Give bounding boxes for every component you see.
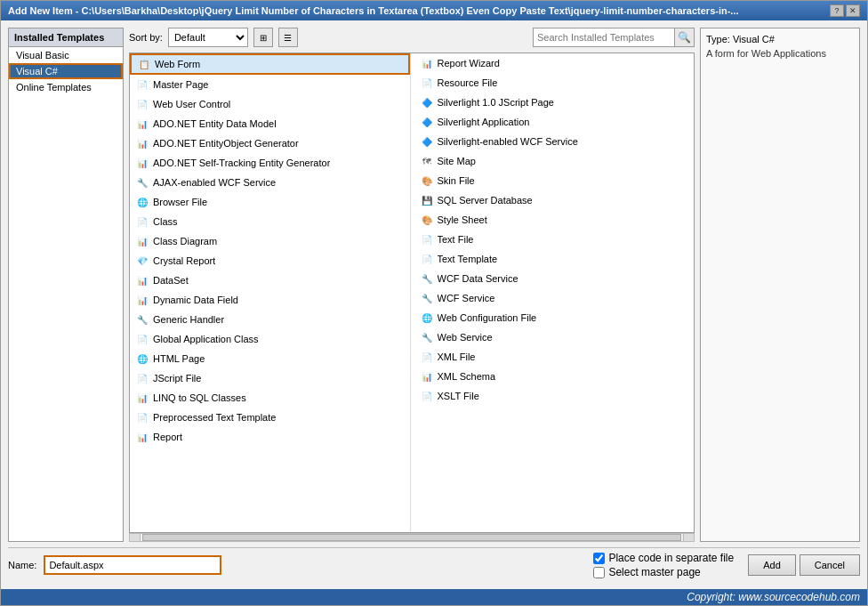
item-label-xslt-file: XSLT File — [438, 391, 479, 401]
item-label-web-user-control: Web User Control — [153, 99, 230, 109]
item-browser-file[interactable]: 🌐 Browser File — [130, 192, 410, 212]
item-silverlight-app[interactable]: 🔷 Silverlight Application — [414, 112, 695, 132]
item-class[interactable]: 📄 Class — [130, 212, 410, 231]
item-master-page[interactable]: 📄 Master Page — [130, 75, 410, 94]
xml-schema-icon: 📊 — [420, 369, 434, 384]
action-buttons: Add Cancel — [748, 554, 860, 576]
item-report-wizard[interactable]: 📊 Report Wizard — [414, 53, 695, 73]
sidebar-item-visualbasic[interactable]: Visual Basic — [9, 47, 123, 63]
sidebar-item-visualcsharp[interactable]: Visual C# — [9, 63, 123, 79]
sidebar-item-onlinetemplates[interactable]: Online Templates — [9, 79, 123, 95]
item-label-ado-entityobject: ADO.NET EntityObject Generator — [153, 138, 299, 149]
items-area: 📋 Web Form 📄 Master Page 📄 Web User Cont… — [129, 53, 695, 533]
ado-entity-icon: 📊 — [135, 117, 149, 131]
item-label-crystal-report: Crystal Report — [153, 255, 215, 266]
dynamic-data-icon: 📊 — [135, 293, 149, 307]
ado-entityobject-icon: 📊 — [135, 136, 149, 150]
web-user-control-icon: 📄 — [135, 97, 149, 111]
item-resource-file[interactable]: 📄 Resource File — [414, 73, 695, 93]
item-label-class: Class — [153, 216, 178, 227]
item-ado-selftracking[interactable]: 📊 ADO.NET Self-Tracking Entity Generator — [130, 153, 410, 173]
silverlight-wcf-icon: 🔷 — [420, 134, 434, 149]
item-text-file[interactable]: 📄 Text File — [414, 230, 695, 249]
item-web-user-control[interactable]: 📄 Web User Control — [130, 94, 410, 114]
item-sql-database[interactable]: 💾 SQL Server Database — [414, 190, 695, 210]
bottom-section: Name: Place code in separate file Select… — [8, 547, 860, 582]
silverlight-app-icon: 🔷 — [420, 115, 434, 129]
item-xml-file[interactable]: 📄 XML File — [414, 347, 695, 367]
wcf-service-icon: 🔧 — [420, 291, 434, 305]
item-global-app[interactable]: 📄 Global Application Class — [130, 329, 410, 349]
master-page-checkbox[interactable] — [593, 567, 605, 578]
add-button[interactable]: Add — [748, 554, 796, 576]
view-list-button[interactable]: ☰ — [278, 28, 298, 47]
item-report[interactable]: 📊 Report — [130, 427, 410, 447]
item-label-skin-file: Skin File — [438, 175, 475, 186]
item-label-sql-database: SQL Server Database — [438, 195, 533, 206]
item-web-config[interactable]: 🌐 Web Configuration File — [414, 308, 695, 327]
item-silverlight-jscript[interactable]: 🔷 Silverlight 1.0 JScript Page — [414, 93, 695, 112]
master-page-label: Select master page — [608, 566, 700, 578]
item-skin-file[interactable]: 🎨 Skin File — [414, 171, 695, 190]
item-dataset[interactable]: 📊 DataSet — [130, 271, 410, 290]
item-label-silverlight-app: Silverlight Application — [438, 117, 530, 127]
right-items-column: 📊 Report Wizard 📄 Resource File 🔷 Silver… — [414, 53, 695, 532]
item-label-report-wizard: Report Wizard — [438, 58, 500, 69]
item-label-report: Report — [153, 432, 182, 442]
center-panel: Sort by: Default Name Date ⊞ ☰ 🔍 — [129, 28, 695, 542]
item-label-text-file: Text File — [438, 234, 474, 245]
scrollbar-thumb[interactable] — [142, 534, 681, 541]
options-checkboxes: Place code in separate file Select maste… — [593, 552, 734, 578]
top-section: Installed Templates Visual Basic Visual … — [8, 28, 860, 542]
ajax-wcf-icon: 🔧 — [135, 175, 149, 190]
item-dynamic-data[interactable]: 📊 Dynamic Data Field — [130, 290, 410, 310]
web-form-icon: 📋 — [137, 57, 151, 71]
item-label-web-config: Web Configuration File — [438, 312, 537, 323]
item-label-style-sheet: Style Sheet — [438, 214, 487, 225]
item-label-dynamic-data: Dynamic Data Field — [153, 295, 238, 305]
item-site-map[interactable]: 🗺 Site Map — [414, 151, 695, 171]
item-ado-entityobject[interactable]: 📊 ADO.NET EntityObject Generator — [130, 133, 410, 153]
search-button[interactable]: 🔍 — [675, 28, 695, 47]
item-class-diagram[interactable]: 📊 Class Diagram — [130, 231, 410, 251]
item-xslt-file[interactable]: 📄 XSLT File — [414, 386, 695, 406]
text-template-icon: 📄 — [420, 252, 434, 266]
item-label-site-map: Site Map — [438, 156, 476, 166]
item-label-class-diagram: Class Diagram — [153, 236, 217, 246]
item-crystal-report[interactable]: 💎 Crystal Report — [130, 251, 410, 271]
footer: Copyright: www.sourcecodehub.com — [1, 589, 867, 605]
item-silverlight-wcf[interactable]: 🔷 Silverlight-enabled WCF Service — [414, 132, 695, 151]
name-input[interactable] — [44, 555, 221, 575]
item-label-wcf-data: WCF Data Service — [438, 273, 518, 284]
cancel-button[interactable]: Cancel — [800, 554, 860, 576]
sort-dropdown[interactable]: Default Name Date — [168, 28, 248, 47]
item-label-ado-entity: ADO.NET Entity Data Model — [153, 118, 277, 129]
report-wizard-icon: 📊 — [420, 56, 434, 70]
item-ado-entity[interactable]: 📊 ADO.NET Entity Data Model — [130, 114, 410, 133]
search-input[interactable] — [533, 28, 675, 47]
item-wcf-data[interactable]: 🔧 WCF Data Service — [414, 269, 695, 288]
sql-database-icon: 💾 — [420, 193, 434, 207]
item-preprocessed-text[interactable]: 📄 Preprocessed Text Template — [130, 408, 410, 427]
item-generic-handler[interactable]: 🔧 Generic Handler — [130, 310, 410, 329]
dialog-title: Add New Item - C:\Users\Barkha\Desktop\j… — [8, 5, 830, 16]
item-jscript[interactable]: 📄 JScript File — [130, 368, 410, 388]
item-text-template[interactable]: 📄 Text Template — [414, 249, 695, 269]
close-button[interactable]: ✕ — [846, 4, 860, 17]
item-wcf-service[interactable]: 🔧 WCF Service — [414, 288, 695, 308]
resource-file-icon: 📄 — [420, 76, 434, 90]
item-html-page[interactable]: 🌐 HTML Page — [130, 349, 410, 368]
item-ajax-wcf[interactable]: 🔧 AJAX-enabled WCF Service — [130, 173, 410, 192]
item-web-form[interactable]: 📋 Web Form — [130, 53, 410, 75]
help-button[interactable]: ? — [830, 4, 844, 17]
horizontal-scrollbar[interactable] — [129, 533, 695, 542]
view-large-icons-button[interactable]: ⊞ — [253, 28, 273, 47]
html-page-icon: 🌐 — [135, 351, 149, 366]
item-label-web-form: Web Form — [155, 59, 200, 69]
item-xml-schema[interactable]: 📊 XML Schema — [414, 367, 695, 386]
item-style-sheet[interactable]: 🎨 Style Sheet — [414, 210, 695, 230]
item-linq-sql[interactable]: 📊 LINQ to SQL Classes — [130, 388, 410, 408]
title-bar: Add New Item - C:\Users\Barkha\Desktop\j… — [1, 1, 867, 20]
item-web-service[interactable]: 🔧 Web Service — [414, 327, 695, 347]
place-code-checkbox[interactable] — [593, 553, 605, 564]
